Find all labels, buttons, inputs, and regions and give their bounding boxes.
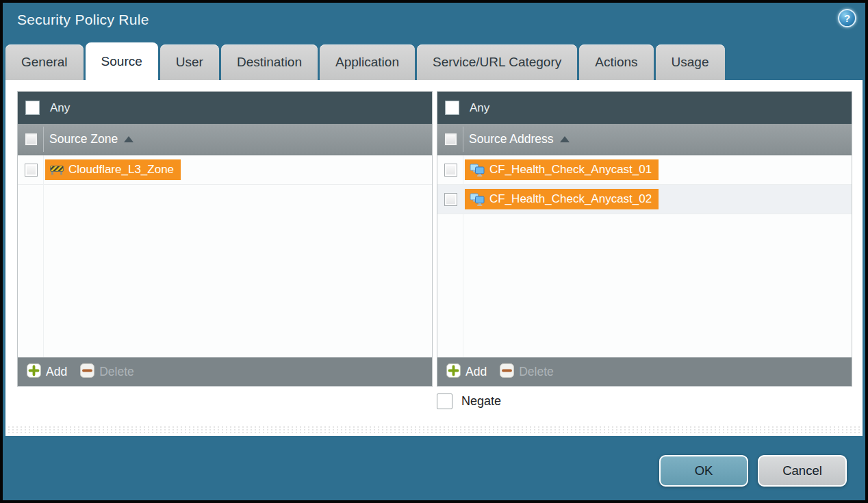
source-zone-column-label[interactable]: Source Zone <box>49 132 118 146</box>
source-address-any-header: Any <box>437 92 852 124</box>
tab-destination[interactable]: Destination <box>221 44 318 80</box>
source-address-list: CF_Health_Check_Anycast_01 <box>437 155 852 357</box>
delete-button-label: Delete <box>519 365 554 379</box>
source-address-item[interactable]: CF_Health_Check_Anycast_02 <box>465 189 659 209</box>
source-zone-add-button[interactable]: Add <box>27 363 67 381</box>
help-icon[interactable]: ? <box>838 9 856 27</box>
tab-user[interactable]: User <box>160 44 219 80</box>
source-address-row-checkbox[interactable] <box>444 164 457 177</box>
table-row: CF_Health_Check_Anycast_02 <box>437 185 852 214</box>
source-zone-any-checkbox[interactable] <box>25 101 40 115</box>
dialog-title: Security Policy Rule <box>17 12 149 28</box>
resize-grip-strip[interactable] <box>7 426 861 435</box>
add-button-label: Add <box>46 365 67 379</box>
tab-actions[interactable]: Actions <box>579 44 653 80</box>
tab-application[interactable]: Application <box>320 44 415 80</box>
source-address-row-checkbox[interactable] <box>444 193 457 206</box>
source-zone-column-header: Source Zone <box>18 124 432 155</box>
address-icon <box>470 164 485 177</box>
source-address-item[interactable]: CF_Health_Check_Anycast_01 <box>465 159 659 180</box>
source-address-delete-button[interactable]: Delete <box>500 363 554 381</box>
source-tab-content: Any Source Zone <box>5 80 863 436</box>
source-zone-select-all-checkbox[interactable] <box>25 133 38 146</box>
source-zone-list: Cloudflare_L3_Zone <box>18 155 432 357</box>
tab-service-url-category[interactable]: Service/URL Category <box>417 44 577 80</box>
sort-ascending-icon[interactable] <box>560 136 570 142</box>
source-address-panel: Any Source Address <box>437 91 852 387</box>
source-address-add-button[interactable]: Add <box>446 363 487 381</box>
source-address-item-label: CF_Health_Check_Anycast_01 <box>489 163 652 177</box>
tab-general[interactable]: General <box>5 44 84 80</box>
source-address-any-checkbox[interactable] <box>445 101 459 115</box>
source-address-toolbar: Add Delete <box>437 357 852 386</box>
address-icon <box>470 193 485 206</box>
add-icon <box>27 363 41 381</box>
source-address-column-label[interactable]: Source Address <box>469 132 554 146</box>
source-zone-delete-button[interactable]: Delete <box>80 363 134 381</box>
delete-button-label: Delete <box>99 365 134 379</box>
source-zone-panel: Any Source Zone <box>17 91 433 387</box>
source-zone-item-label: Cloudflare_L3_Zone <box>68 163 174 177</box>
source-address-select-all-checkbox[interactable] <box>444 133 457 146</box>
delete-icon <box>500 363 514 381</box>
table-row: Cloudflare_L3_Zone <box>18 155 432 185</box>
sort-ascending-icon[interactable] <box>124 136 133 142</box>
negate-label: Negate <box>461 394 501 409</box>
source-zone-any-label: Any <box>50 101 70 115</box>
negate-row: Negate <box>437 394 501 409</box>
source-zone-toolbar: Add Delete <box>18 357 432 386</box>
dialog-buttons: OK Cancel <box>659 455 847 487</box>
source-address-item-label: CF_Health_Check_Anycast_02 <box>489 192 652 206</box>
add-icon <box>446 363 461 381</box>
tab-usage[interactable]: Usage <box>656 44 725 80</box>
source-zone-any-header: Any <box>18 92 432 124</box>
add-button-label: Add <box>465 365 487 379</box>
delete-icon <box>80 363 94 381</box>
source-address-column-header: Source Address <box>437 124 852 155</box>
ok-button[interactable]: OK <box>659 455 748 487</box>
zone-icon <box>50 164 64 175</box>
source-zone-row-checkbox[interactable] <box>25 164 38 177</box>
source-zone-item[interactable]: Cloudflare_L3_Zone <box>45 159 181 180</box>
tab-source[interactable]: Source <box>86 42 158 80</box>
tab-bar: General Source User Destination Applicat… <box>5 42 863 80</box>
source-address-any-label: Any <box>470 101 489 115</box>
security-policy-rule-dialog: Security Policy Rule ? General Source Us… <box>3 3 865 500</box>
cancel-button[interactable]: Cancel <box>758 455 847 487</box>
negate-checkbox[interactable] <box>437 394 452 409</box>
table-row: CF_Health_Check_Anycast_01 <box>437 155 852 185</box>
